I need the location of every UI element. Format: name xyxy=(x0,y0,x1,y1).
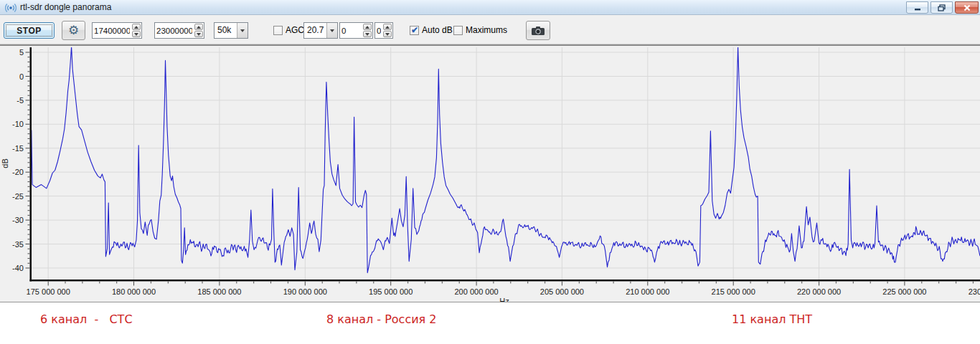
x-axis-unit-label: Hz xyxy=(499,297,509,302)
offset-field xyxy=(374,22,393,39)
grid-lines xyxy=(32,47,980,280)
y-tick-label: -30 xyxy=(12,216,24,224)
titlebar: rtl-sdr dongle panorama xyxy=(0,0,980,15)
spin-up-button[interactable] xyxy=(194,24,203,30)
channel-annotation: 11 канал ТНТ xyxy=(732,312,812,326)
y-tick-label: -20 xyxy=(12,168,24,176)
step-size-dropdown[interactable]: 50k xyxy=(214,22,248,39)
minimize-icon xyxy=(914,4,921,11)
arrow-up-icon xyxy=(385,26,390,29)
start-frequency-field xyxy=(92,22,142,39)
spectrum-plot[interactable]: 175 000 000180 000 000185 000 000190 000… xyxy=(0,46,980,302)
close-icon xyxy=(963,4,971,11)
maximums-checkbox-box[interactable] xyxy=(453,26,463,35)
agc-checkbox-box[interactable] xyxy=(273,26,283,35)
y-tick-label: -15 xyxy=(12,144,24,153)
x-tick-label: 190 000 000 xyxy=(283,287,327,296)
x-tick-label: 200 000 000 xyxy=(455,287,499,296)
x-tick-label: 210 000 000 xyxy=(626,287,669,296)
arrow-up-icon xyxy=(365,26,369,29)
x-tick-label: 185 000 000 xyxy=(197,287,241,296)
x-tick-label: 195 000 000 xyxy=(369,287,413,296)
arrow-up-icon xyxy=(197,26,201,29)
start-frequency-input[interactable] xyxy=(93,23,131,38)
camera-icon xyxy=(531,26,545,36)
spin-down-button[interactable] xyxy=(194,31,203,37)
y-axis-unit-label: dB xyxy=(1,158,9,168)
start-frequency-stepper xyxy=(131,23,141,38)
x-tick-label: 205 000 000 xyxy=(540,287,584,296)
spin-down-button[interactable] xyxy=(383,31,392,37)
ppm-field xyxy=(339,22,373,39)
arrow-down-icon xyxy=(197,33,201,36)
chevron-down-icon xyxy=(240,29,245,32)
x-tick-label: 175 000 000 xyxy=(27,287,70,296)
spin-up-button[interactable] xyxy=(132,24,141,30)
close-button[interactable] xyxy=(955,1,979,14)
channel-annotation: 8 канал - Россия 2 xyxy=(326,312,437,326)
y-tick-label: -25 xyxy=(12,192,24,201)
axes xyxy=(26,47,980,286)
arrow-down-icon xyxy=(134,33,138,36)
restore-icon xyxy=(938,4,946,11)
gain-value: 20.7 xyxy=(304,23,326,38)
y-tick-label: -35 xyxy=(12,240,24,249)
step-size-value: 50k xyxy=(215,23,237,38)
arrow-up-icon xyxy=(134,26,138,29)
auto-db-label: Auto dB xyxy=(422,25,453,35)
app-window: rtl-sdr dongle panorama STOP ⚙ xyxy=(0,0,980,344)
spin-up-button[interactable] xyxy=(363,24,372,30)
agc-label: AGC xyxy=(286,25,304,35)
offset-input[interactable] xyxy=(375,23,382,38)
radio-waves-icon xyxy=(5,2,17,14)
spin-down-button[interactable] xyxy=(363,31,372,37)
maximums-checkbox[interactable]: Maximums xyxy=(453,25,507,35)
chevron-down-icon xyxy=(330,29,334,32)
y-tick-label: -40 xyxy=(12,264,24,272)
stop-button[interactable]: STOP xyxy=(4,22,55,39)
stop-frequency-stepper xyxy=(194,23,204,38)
auto-db-checkbox-box[interactable] xyxy=(410,26,419,35)
y-tick-label: 0 xyxy=(19,72,24,81)
restore-button[interactable] xyxy=(930,1,953,14)
stop-frequency-input[interactable] xyxy=(155,23,194,38)
arrow-down-icon xyxy=(365,33,369,36)
chart-region: 175 000 000180 000 000185 000 000190 000… xyxy=(0,44,980,302)
stop-frequency-field xyxy=(154,22,204,39)
offset-stepper xyxy=(382,23,392,38)
x-tick-label: 220 000 000 xyxy=(797,287,841,296)
channel-annotation: 6 канал - СТС xyxy=(40,312,133,326)
y-tick-label: -10 xyxy=(12,120,24,128)
spin-down-button[interactable] xyxy=(132,31,141,37)
dropdown-arrow xyxy=(237,23,248,38)
settings-button[interactable]: ⚙ xyxy=(62,21,85,40)
auto-db-checkbox[interactable]: Auto dB xyxy=(410,25,453,35)
screenshot-button[interactable] xyxy=(526,21,550,40)
x-tick-label: 215 000 000 xyxy=(712,287,755,296)
dropdown-arrow xyxy=(326,23,337,38)
y-tick-label: 5 xyxy=(19,48,24,57)
x-tick-label: 230 000 000 xyxy=(969,287,980,296)
spectrum-trace xyxy=(32,47,980,273)
annotation-strip: 6 канал - СТС8 канал - Россия 211 канал … xyxy=(0,302,980,344)
ppm-input[interactable] xyxy=(340,23,362,38)
minimize-button[interactable] xyxy=(906,1,928,14)
y-tick-label: -5 xyxy=(17,96,24,105)
gear-icon: ⚙ xyxy=(68,23,79,38)
gain-dropdown[interactable]: 20.7 xyxy=(303,22,338,39)
window-title: rtl-sdr dongle panorama xyxy=(20,2,111,12)
agc-checkbox[interactable]: AGC xyxy=(273,25,304,35)
arrow-down-icon xyxy=(385,33,390,36)
x-tick-label: 180 000 000 xyxy=(112,287,156,296)
x-tick-label: 225 000 000 xyxy=(882,287,926,296)
toolbar: STOP ⚙ 50k AGC 20.7 xyxy=(0,15,980,44)
axis-labels: 175 000 000180 000 000185 000 000190 000… xyxy=(1,48,980,302)
ppm-stepper xyxy=(362,23,372,38)
spin-up-button[interactable] xyxy=(383,24,392,30)
maximums-label: Maximums xyxy=(466,25,507,35)
